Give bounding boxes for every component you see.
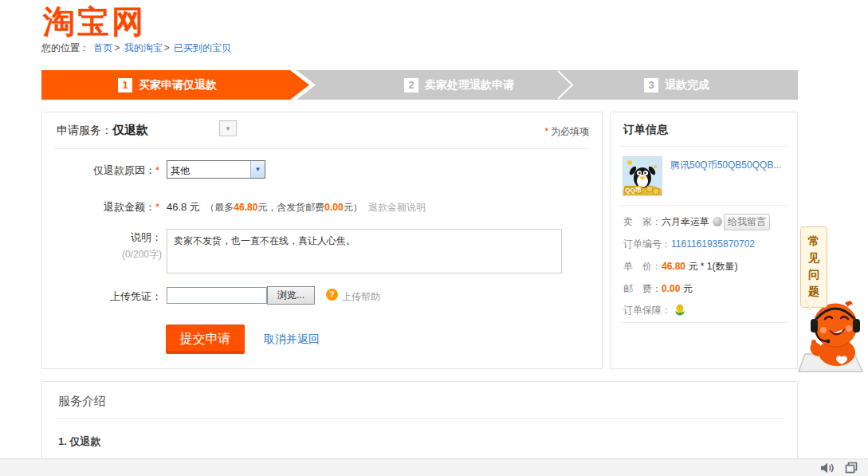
- product-title-link[interactable]: 腾讯50Q币50QB50QQB...: [670, 159, 791, 172]
- upload-help-link[interactable]: 上传帮助: [342, 290, 380, 304]
- panel-divider: [620, 205, 787, 206]
- step-number: 3: [644, 78, 658, 92]
- upload-label: 上传凭证：: [42, 289, 162, 304]
- product-thumbnail[interactable]: QQ币: [623, 156, 662, 196]
- volume-icon[interactable]: [820, 462, 835, 474]
- order-protection-row: 订单保障：: [623, 304, 791, 317]
- step-label: 退款完成: [665, 78, 709, 92]
- message-seller-button[interactable]: 给我留言: [724, 214, 770, 230]
- postage-label: 邮 费：: [623, 283, 662, 294]
- wangwang-status-icon[interactable]: [713, 217, 722, 226]
- flower-icon: [674, 304, 686, 317]
- upload-path-input[interactable]: [167, 287, 267, 304]
- service-type-row: 申请服务：仅退款: [57, 123, 148, 138]
- service-intro-title: 服务介绍: [58, 394, 106, 409]
- description-char-counter: (0/200字): [42, 248, 162, 262]
- required-note-text: 为必填项: [551, 126, 589, 137]
- refund-reason-select[interactable]: 其他 ▼: [167, 160, 265, 179]
- amount-help-link[interactable]: 退款金额说明: [368, 202, 426, 213]
- postage-unit: 元: [683, 283, 693, 294]
- step-refund-complete: 3 退款完成: [644, 70, 709, 100]
- amount-postage-value: 0.00: [324, 202, 343, 213]
- refund-amount-unit: 元: [190, 201, 200, 213]
- seller-row: 卖 家：六月幸运草给我留言: [623, 214, 791, 230]
- breadcrumb-home-link[interactable]: 首页: [93, 42, 112, 53]
- service-type-value: 仅退款: [112, 123, 148, 136]
- amount-note: 元，含发货邮费: [257, 202, 324, 213]
- required-asterisk: *: [544, 126, 548, 137]
- step-buyer-apply: 1 买家申请仅退款: [118, 70, 217, 100]
- submit-application-button[interactable]: 提交申请: [166, 325, 245, 354]
- faq-bubble-tail: [805, 299, 816, 310]
- breadcrumb: 您的位置： 首页> 我的淘宝> 已买到的宝贝: [41, 41, 233, 55]
- refund-form-panel: 申请服务：仅退款 ▼ *为必填项 仅退款原因：* 其他 ▼ 退款金额：* 46.…: [41, 112, 603, 369]
- refund-application-page: 淘宝网 您的位置： 首页> 我的淘宝> 已买到的宝贝 1 买家申请仅退款 2 卖…: [0, 0, 868, 476]
- refund-progress-bar: 1 买家申请仅退款 2 卖家处理退款申请 3 退款完成: [41, 70, 798, 100]
- breadcrumb-separator: >: [114, 42, 120, 53]
- seller-name: 六月幸运草: [662, 216, 709, 227]
- postage-value: 0.00: [662, 283, 680, 294]
- service-type-label: 申请服务：: [57, 124, 112, 136]
- panel-divider: [55, 418, 784, 419]
- panel-divider: [620, 322, 787, 323]
- amount-label: 退款金额：*: [42, 200, 162, 214]
- amount-label-text: 退款金额：: [104, 201, 155, 213]
- amount-note: 元）: [344, 202, 363, 213]
- service-type-dropdown-button[interactable]: ▼: [219, 120, 237, 136]
- required-asterisk: *: [155, 201, 159, 213]
- window-restore-icon[interactable]: [845, 462, 858, 474]
- step-label: 买家申请仅退款: [139, 78, 217, 92]
- product-badge-text: QQ币: [625, 187, 641, 194]
- postage-row: 邮 费：0.00 元: [623, 282, 791, 296]
- unit-price-value: 46.80: [662, 261, 685, 272]
- refund-amount-value: 46.8: [167, 201, 187, 213]
- breadcrumb-mytaobao-link[interactable]: 我的淘宝: [124, 42, 163, 53]
- taobao-logo[interactable]: 淘宝网: [43, 0, 146, 44]
- order-number-label: 订单编号：: [623, 238, 671, 250]
- form-divider: [53, 148, 591, 149]
- amount-note: （最多: [205, 202, 234, 213]
- breadcrumb-separator: >: [164, 42, 170, 53]
- panel-divider: [620, 146, 787, 147]
- status-bar: [0, 458, 868, 476]
- refund-reason-selected-value: 其他: [167, 161, 250, 178]
- cancel-and-return-link[interactable]: 取消并返回: [264, 332, 320, 347]
- order-protection-label: 订单保障：: [623, 305, 671, 316]
- service-intro-panel: 服务介绍 1. 仅退款: [41, 381, 798, 469]
- order-info-panel: 订单信息 QQ币 腾讯50Q: [610, 112, 798, 369]
- order-number-row: 订单编号：1161161935870702: [623, 238, 791, 251]
- step-label: 卖家处理退款申请: [425, 78, 514, 92]
- step-separator-chevron-icon: [556, 70, 575, 100]
- required-field-note: *为必填项: [544, 125, 589, 139]
- breadcrumb-prefix: 您的位置：: [41, 42, 89, 53]
- refund-description-input[interactable]: 卖家不发货，也一直不在线，真让人心焦。: [167, 229, 562, 273]
- chevron-down-icon: ▼: [225, 125, 231, 132]
- order-number-value: 1161161935870702: [671, 238, 755, 250]
- description-label: 说明：: [42, 230, 162, 245]
- step-seller-process: 2 卖家处理退款申请: [404, 70, 514, 100]
- unit-price-label: 单 价：: [623, 261, 662, 272]
- breadcrumb-purchased-link[interactable]: 已买到的宝贝: [174, 42, 231, 53]
- refund-amount-row: 46.8 元 （最多46.80元，含发货邮费0.00元） 退款金额说明: [167, 200, 426, 214]
- faq-label: 常见问题: [808, 233, 820, 300]
- unit-price-suffix: 元 * 1(数量): [688, 261, 737, 272]
- question-circle-icon[interactable]: ?: [326, 289, 338, 301]
- service-intro-item: 1. 仅退款: [58, 435, 100, 449]
- reason-label-text: 仅退款原因：: [93, 164, 155, 176]
- order-info-title: 订单信息: [623, 123, 668, 137]
- qq-coin-product-image: QQ币: [623, 157, 662, 195]
- amount-max-value: 46.80: [234, 202, 257, 213]
- faq-bubble[interactable]: 常见问题: [800, 226, 827, 308]
- step-number: 2: [404, 78, 418, 92]
- reason-label: 仅退款原因：*: [42, 163, 162, 178]
- step-number: 1: [118, 78, 132, 92]
- seller-label: 卖 家：: [623, 216, 662, 227]
- chevron-down-icon[interactable]: ▼: [250, 161, 265, 178]
- browse-button[interactable]: 浏览...: [267, 286, 315, 305]
- unit-price-row: 单 价：46.80 元 * 1(数量): [623, 260, 791, 273]
- required-asterisk: *: [155, 164, 159, 176]
